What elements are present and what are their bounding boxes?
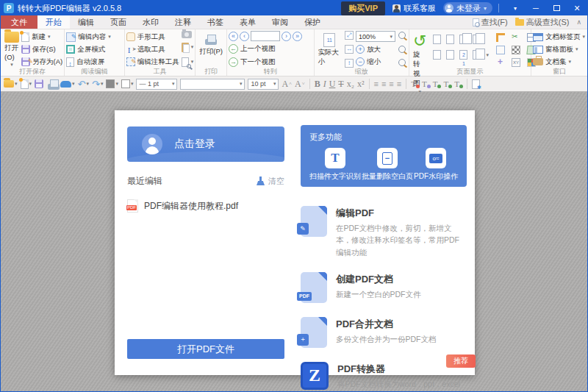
advanced-find-button[interactable]: 高级查找(S) bbox=[515, 17, 570, 28]
quick-stamp-button[interactable]: ▾ bbox=[60, 81, 75, 88]
align-left-button[interactable]: ≡ bbox=[374, 79, 379, 88]
ocr-feature-button[interactable]: T 扫描件文字识别 bbox=[309, 148, 361, 182]
prev-view-button[interactable]: ←上一个视图 bbox=[229, 43, 312, 54]
tab-edit[interactable]: 编辑 bbox=[70, 15, 102, 29]
new-button[interactable]: 新建▾ bbox=[21, 31, 62, 43]
two-page-view-button[interactable] bbox=[459, 35, 467, 44]
coordinates-button[interactable]: XY bbox=[512, 58, 520, 67]
feature-create-pdf[interactable]: PDF 创建PDF文档 新建一个空白的PDF文件 bbox=[301, 272, 467, 303]
bold-button[interactable]: B bbox=[315, 79, 320, 90]
align-right-button[interactable]: ≡ bbox=[389, 79, 393, 88]
contact-support-button[interactable]: 联系客服 bbox=[392, 3, 436, 14]
page-number-input[interactable] bbox=[251, 31, 280, 41]
snip-tool-button[interactable] bbox=[512, 33, 520, 42]
italic-button[interactable]: I bbox=[323, 79, 326, 90]
close-button[interactable]: × bbox=[567, 1, 587, 15]
text-clear-style-button[interactable]: T bbox=[454, 79, 462, 88]
underline-button[interactable]: U bbox=[329, 79, 336, 90]
recent-file-item[interactable]: PDF PDF编辑器使用教程.pdf bbox=[127, 199, 284, 213]
subscript-button[interactable]: x₂ bbox=[347, 79, 354, 90]
login-status-button[interactable]: 未登录 ▾ bbox=[443, 2, 492, 14]
fullscreen-button[interactable]: 全屏模式 bbox=[66, 43, 111, 55]
font-family-select[interactable]: ▾ bbox=[180, 79, 245, 90]
continuous-view-button[interactable] bbox=[433, 50, 441, 60]
tab-form[interactable]: 表单 bbox=[232, 15, 264, 29]
ribbon-minimize-chevron[interactable]: ∧ bbox=[576, 18, 581, 26]
doc-tabs-button[interactable]: 文档标签页▾ bbox=[533, 31, 585, 43]
tab-review[interactable]: 审阅 bbox=[264, 15, 296, 29]
page-order-view-button[interactable]: 2 1 bbox=[459, 50, 467, 60]
guides-button[interactable] bbox=[496, 58, 505, 67]
increase-font-button[interactable]: A˄ bbox=[282, 79, 292, 90]
crop-tool-button[interactable] bbox=[496, 33, 505, 42]
buy-vip-button[interactable]: 购买VIP bbox=[341, 1, 385, 15]
grid-toggle-button[interactable] bbox=[496, 46, 505, 54]
tab-protect[interactable]: 保护 bbox=[296, 15, 329, 29]
panes-button[interactable]: 窗格面板▾ bbox=[533, 43, 585, 55]
minimize-button[interactable]: ─ bbox=[526, 1, 546, 15]
clear-recent-button[interactable]: 清空 bbox=[256, 176, 284, 187]
text-save-style-button[interactable]: T bbox=[422, 79, 430, 88]
quick-print-button[interactable] bbox=[46, 79, 57, 88]
tab-watermark[interactable]: 水印 bbox=[135, 15, 167, 29]
tab-annotate[interactable]: 注释 bbox=[167, 15, 199, 29]
find-button[interactable]: 查找(F) bbox=[473, 17, 508, 28]
print-button[interactable]: 打印(P) bbox=[197, 34, 225, 57]
split-view-button[interactable] bbox=[473, 50, 481, 60]
align-center-button[interactable]: ≡ bbox=[381, 79, 386, 88]
zoom-level-select[interactable]: 100%▾ bbox=[356, 31, 395, 42]
tab-file[interactable]: 文件 bbox=[1, 15, 37, 29]
snapshot-button[interactable] bbox=[182, 31, 194, 38]
four-page-view-button[interactable] bbox=[473, 35, 481, 44]
autoscroll-button[interactable]: 自动滚屏 bbox=[66, 56, 111, 68]
edit-content-button[interactable]: 编辑内容▾ bbox=[66, 31, 111, 43]
tab-bookmark[interactable]: 书签 bbox=[199, 15, 232, 29]
quick-open-button[interactable]: ▾ bbox=[4, 80, 18, 88]
next-page-button[interactable]: › bbox=[282, 32, 291, 41]
actual-size-button[interactable]: 11 实际大小 bbox=[316, 32, 344, 68]
properties-button[interactable] bbox=[472, 79, 480, 89]
find-tool-button[interactable]: ▾ bbox=[182, 56, 194, 68]
marquee-zoom-button[interactable] bbox=[398, 31, 407, 40]
line-width-select[interactable]: — 1 pt▾ bbox=[136, 79, 177, 90]
first-page-button[interactable]: « bbox=[229, 32, 238, 41]
tab-page[interactable]: 页面 bbox=[102, 15, 135, 29]
undo-button[interactable]: ↶▾ bbox=[78, 79, 89, 90]
prev-page-button[interactable]: ‹ bbox=[240, 32, 249, 41]
last-page-button[interactable]: » bbox=[293, 32, 302, 41]
select-tool-button[interactable]: 选取工具 bbox=[126, 43, 179, 55]
text-apply-style-button[interactable]: T bbox=[433, 79, 441, 88]
text-color-tool-button[interactable]: T bbox=[411, 79, 419, 88]
strikethrough-button[interactable]: T bbox=[338, 79, 343, 90]
remove-blank-pages-button[interactable]: − 批量删除空白页 bbox=[362, 148, 413, 182]
maximize-button[interactable] bbox=[546, 1, 567, 15]
doc-set-button[interactable]: 文档集▾ bbox=[533, 56, 585, 68]
zoom-out-button[interactable]: −缩小 bbox=[356, 56, 395, 68]
open-pdf-file-button[interactable]: 打开PDF文件 bbox=[127, 339, 284, 359]
zoom-in-button[interactable]: +放大 bbox=[356, 43, 395, 55]
next-view-button[interactable]: →下一个视图 bbox=[229, 56, 312, 68]
watermark-tool-button[interactable]: o≈ PDF水印操作 bbox=[414, 148, 458, 182]
dynamic-zoom-button[interactable] bbox=[398, 45, 407, 54]
annotate-tool-button[interactable]: 编辑注释工具 bbox=[126, 56, 179, 68]
clipboard-button[interactable]: ▾ bbox=[182, 41, 194, 53]
decrease-font-button[interactable]: A˅ bbox=[295, 79, 305, 90]
font-size-select[interactable]: 10 pt▾ bbox=[248, 79, 279, 90]
transparency-grid-button[interactable] bbox=[512, 46, 520, 54]
continuous-facing-view-button[interactable] bbox=[446, 50, 454, 60]
save-button[interactable]: 保存(S) bbox=[21, 43, 62, 55]
tab-home[interactable]: 开始 bbox=[37, 15, 70, 29]
save-as-button[interactable]: ✎另存为(A) bbox=[21, 56, 62, 68]
fit-one-page-view-button[interactable] bbox=[446, 35, 454, 44]
text-copy-style-button[interactable]: T bbox=[443, 79, 451, 88]
hand-tool-button[interactable]: 手形工具 bbox=[126, 31, 179, 43]
fit-width-button[interactable]: ↔ bbox=[345, 45, 354, 54]
open-button[interactable]: 打开(O) ▾ bbox=[2, 31, 21, 68]
align-justify-button[interactable]: ≡ bbox=[397, 79, 401, 88]
quick-save-button[interactable] bbox=[35, 79, 43, 88]
redo-button[interactable]: ↷▾ bbox=[92, 79, 103, 90]
feature-merge-pdf[interactable]: ＋ PDF合并文档 多份文件合并为一份PDF文档 bbox=[301, 317, 467, 348]
login-banner-button[interactable]: 点击登录 bbox=[127, 126, 284, 162]
stroke-color-button[interactable]: ▾ bbox=[121, 79, 134, 88]
quick-new-button[interactable]: ▾ bbox=[21, 79, 32, 89]
